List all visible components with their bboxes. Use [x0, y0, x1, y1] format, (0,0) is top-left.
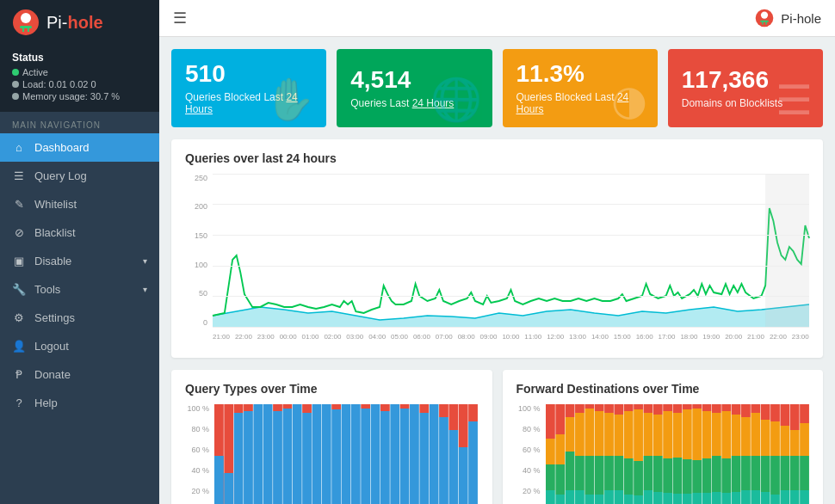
svg-rect-20 — [253, 404, 263, 504]
svg-rect-154 — [780, 490, 789, 504]
line-chart-svg-container — [213, 174, 809, 327]
donate-icon: Ᵽ — [12, 368, 26, 381]
status-box: Status Active Load: 0.01 0.02 0 Memory u… — [0, 45, 159, 112]
svg-rect-91 — [634, 404, 643, 409]
svg-rect-115 — [692, 404, 702, 409]
svg-rect-61 — [555, 464, 565, 495]
svg-rect-111 — [682, 404, 691, 409]
status-active: Active — [12, 67, 147, 77]
load-dot — [12, 81, 19, 88]
svg-rect-73 — [584, 456, 594, 495]
disable-arrow-icon: ▾ — [143, 256, 147, 266]
svg-rect-78 — [594, 495, 603, 504]
disable-icon: ▣ — [12, 255, 26, 267]
svg-rect-153 — [780, 456, 789, 490]
active-dot — [12, 69, 19, 76]
svg-rect-152 — [780, 426, 789, 456]
forward-dest-chart-box: Forward Destinations over Time 100 % 80 … — [503, 370, 824, 504]
svg-rect-36 — [361, 409, 370, 504]
svg-rect-41 — [400, 404, 410, 409]
svg-rect-156 — [789, 430, 799, 456]
help-icon: ? — [12, 396, 26, 409]
svg-rect-114 — [682, 494, 691, 504]
topbar-logo — [755, 9, 774, 28]
svg-rect-83 — [614, 404, 623, 415]
svg-rect-30 — [322, 404, 331, 504]
menu-toggle-button[interactable]: ☰ — [173, 9, 187, 28]
svg-rect-72 — [584, 409, 594, 456]
svg-rect-101 — [653, 456, 662, 492]
nav-item-whitelist[interactable]: ✎ Whitelist — [0, 190, 159, 218]
whitelist-icon: ✎ — [12, 198, 26, 211]
svg-rect-46 — [430, 404, 439, 504]
stat-cards: 510 Queries Blocked Last 24 Hours ✋ 4,51… — [171, 49, 823, 127]
svg-rect-68 — [575, 413, 584, 456]
nav-item-logout[interactable]: 👤 Logout — [0, 332, 159, 360]
svg-rect-125 — [711, 456, 721, 492]
svg-rect-140 — [751, 413, 760, 456]
svg-rect-117 — [692, 460, 702, 493]
svg-rect-149 — [770, 456, 780, 495]
topbar-right: Pi-hole — [755, 9, 821, 28]
logout-icon: 👤 — [12, 340, 26, 353]
svg-rect-18 — [244, 404, 253, 411]
svg-rect-33 — [342, 404, 351, 504]
stat-domains-label: Domains on Blocklists — [682, 97, 782, 109]
svg-rect-63 — [565, 404, 574, 417]
svg-rect-67 — [575, 404, 584, 413]
svg-rect-155 — [789, 404, 799, 430]
forward-dest-y-axis: 100 % 80 % 60 % 40 % 20 % 0 % — [516, 404, 542, 504]
svg-rect-134 — [731, 492, 740, 504]
nav-label-dashboard: Dashboard — [34, 141, 147, 154]
nav-item-donate[interactable]: Ᵽ Donate — [0, 360, 159, 389]
svg-rect-74 — [584, 495, 594, 504]
query-types-chart-box: Query Types over Time 100 % 80 % 60 % 40… — [171, 370, 492, 504]
svg-rect-139 — [751, 404, 760, 413]
nav-item-help[interactable]: ? Help — [0, 389, 159, 417]
nav-item-settings[interactable]: ⚙ Settings — [0, 304, 159, 332]
svg-rect-65 — [565, 452, 574, 490]
svg-rect-96 — [643, 413, 653, 456]
svg-rect-89 — [623, 458, 633, 495]
svg-rect-79 — [604, 404, 614, 413]
svg-rect-118 — [692, 493, 702, 504]
svg-rect-146 — [760, 492, 770, 504]
grid-line-100 — [213, 266, 809, 267]
svg-rect-64 — [565, 417, 574, 452]
nav-item-blacklist[interactable]: ⊘ Blacklist — [0, 218, 159, 247]
grid-line-250 — [213, 174, 809, 175]
svg-rect-120 — [702, 411, 711, 458]
svg-rect-123 — [711, 404, 721, 413]
svg-rect-25 — [282, 409, 292, 504]
forward-dest-title: Forward Destinations over Time — [516, 382, 810, 396]
nav-item-tools[interactable]: 🔧 Tools ▾ — [0, 275, 159, 304]
svg-rect-122 — [702, 493, 711, 504]
svg-rect-143 — [760, 404, 770, 420]
svg-rect-21 — [263, 404, 273, 504]
nav-item-dashboard[interactable]: ⌂ Dashboard — [0, 133, 159, 162]
svg-rect-38 — [380, 404, 390, 411]
svg-rect-29 — [312, 404, 322, 504]
settings-icon: ⚙ — [12, 311, 26, 324]
stat-card-domains: 117,366 Domains on Blocklists ☰ — [668, 49, 823, 127]
svg-rect-148 — [770, 421, 780, 456]
nav-label-blacklist: Blacklist — [34, 226, 147, 239]
svg-rect-43 — [410, 404, 419, 504]
svg-rect-7 — [760, 21, 769, 22]
svg-rect-93 — [634, 461, 643, 495]
line-chart-svg — [213, 174, 809, 327]
svg-rect-151 — [780, 404, 789, 426]
svg-rect-138 — [741, 490, 751, 504]
svg-rect-86 — [614, 490, 623, 504]
nav-item-disable[interactable]: ▣ Disable ▾ — [0, 247, 159, 275]
svg-rect-22 — [273, 404, 282, 411]
svg-rect-15 — [224, 473, 233, 504]
svg-rect-54 — [468, 421, 478, 504]
svg-rect-32 — [331, 409, 341, 504]
nav-item-querylog[interactable]: ☰ Query Log — [0, 162, 159, 190]
stat-card-queries: 4,514 Queries Last 24 Hours 🌐 — [337, 49, 492, 127]
svg-rect-49 — [448, 404, 458, 430]
svg-rect-95 — [643, 404, 653, 413]
svg-rect-52 — [459, 447, 468, 504]
svg-rect-81 — [604, 456, 614, 490]
